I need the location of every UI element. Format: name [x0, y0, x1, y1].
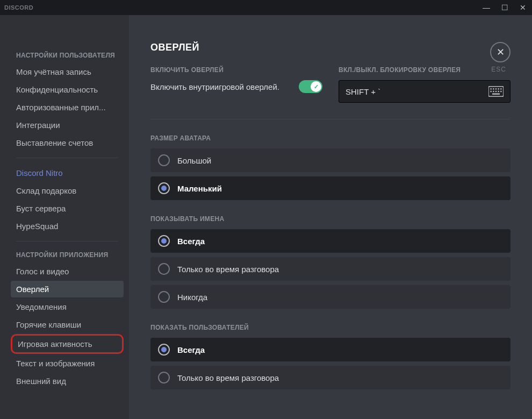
radio-icon: [158, 154, 170, 166]
keybind-input[interactable]: SHIFT + `: [339, 80, 511, 103]
close-label: ESC: [491, 66, 506, 73]
enable-overlay-label: ВКЛЮЧИТЬ ОВЕРЛЕЙ: [150, 66, 322, 74]
show-users-label: ПОКАЗАТЬ ПОЛЬЗОВАТЕЛЕЙ: [150, 324, 511, 331]
radio-names-always[interactable]: Всегда: [150, 229, 511, 253]
radio-icon: [158, 263, 170, 275]
settings-content: ✕ ESC ОВЕРЛЕЙ ВКЛЮЧИТЬ ОВЕРЛЕЙ Включить …: [129, 15, 532, 419]
sidebar-item-account[interactable]: Моя учётная запись: [11, 63, 124, 80]
radio-icon: [158, 182, 170, 194]
radio-icon: [158, 235, 170, 247]
sidebar-item-game-activity[interactable]: Игровая активность: [11, 334, 124, 354]
svg-rect-10: [500, 91, 501, 92]
sidebar-item-billing[interactable]: Выставление счетов: [11, 134, 124, 151]
radio-label: Маленький: [177, 184, 222, 193]
svg-rect-11: [492, 94, 500, 95]
radio-names-never[interactable]: Никогда: [150, 285, 511, 309]
avatar-size-group: Большой Маленький: [150, 148, 511, 200]
svg-rect-3: [495, 88, 497, 89]
radio-label: Всегда: [177, 345, 205, 354]
svg-rect-4: [498, 88, 499, 89]
settings-sidebar: НАСТРОЙКИ ПОЛЬЗОВАТЕЛЯ Моя учётная запис…: [0, 15, 129, 419]
titlebar-brand: DISCORD: [4, 4, 33, 11]
sidebar-item-nitro[interactable]: Discord Nitro: [11, 165, 124, 181]
svg-rect-1: [491, 88, 492, 89]
keyboard-icon: [488, 86, 504, 97]
svg-rect-6: [491, 91, 492, 92]
sidebar-item-boost[interactable]: Буст сервера: [11, 200, 124, 217]
sidebar-item-gifts[interactable]: Склад подарков: [11, 182, 124, 199]
sidebar-item-privacy[interactable]: Конфиденциальность: [11, 81, 124, 98]
radio-avatar-large[interactable]: Большой: [150, 148, 511, 172]
radio-label: Большой: [177, 156, 211, 165]
radio-avatar-small[interactable]: Маленький: [150, 176, 511, 200]
sidebar-item-authorized[interactable]: Авторизованные прил...: [11, 99, 124, 116]
radio-label: Только во время разговора: [177, 373, 279, 382]
maximize-icon[interactable]: ☐: [500, 3, 509, 12]
divider: [150, 119, 511, 119]
radio-users-talk[interactable]: Только во время разговора: [150, 366, 511, 389]
sidebar-item-hypesquad[interactable]: HypeSquad: [11, 218, 124, 235]
overlay-toggle[interactable]: ✓: [299, 80, 322, 93]
close-window-icon[interactable]: ✕: [518, 3, 528, 12]
sidebar-item-voice[interactable]: Голос и видео: [11, 263, 124, 280]
close-button[interactable]: ✕: [490, 42, 511, 62]
show-users-group: Всегда Только во время разговора: [150, 338, 511, 389]
svg-rect-9: [498, 91, 499, 92]
sidebar-item-overlay[interactable]: Оверлей: [11, 281, 124, 297]
show-names-label: ПОКАЗЫВАТЬ ИМЕНА: [150, 215, 511, 223]
radio-label: Всегда: [177, 237, 205, 246]
titlebar: DISCORD — ☐ ✕: [0, 0, 532, 15]
sidebar-item-appearance[interactable]: Внешний вид: [11, 373, 124, 389]
radio-label: Только во время разговора: [177, 265, 279, 274]
sidebar-item-text-images[interactable]: Текст и изображения: [11, 355, 124, 372]
sidebar-item-integrations[interactable]: Интеграции: [11, 117, 124, 133]
sidebar-item-notifications[interactable]: Уведомления: [11, 299, 124, 315]
radio-icon: [158, 372, 170, 384]
svg-rect-5: [500, 88, 501, 89]
svg-rect-2: [493, 88, 494, 89]
radio-users-always[interactable]: Всегда: [150, 338, 511, 361]
radio-icon: [158, 291, 170, 303]
radio-icon: [158, 344, 170, 356]
minimize-icon[interactable]: —: [481, 3, 491, 12]
radio-label: Никогда: [177, 293, 207, 302]
page-title: ОВЕРЛЕЙ: [150, 42, 511, 53]
avatar-size-label: РАЗМЕР АВАТАРА: [150, 134, 511, 142]
check-icon: ✓: [314, 83, 319, 90]
sidebar-section-app: НАСТРОЙКИ ПРИЛОЖЕНИЯ: [16, 251, 124, 259]
keybind-value: SHIFT + `: [346, 87, 380, 96]
divider: [16, 158, 118, 158]
main-container: НАСТРОЙКИ ПОЛЬЗОВАТЕЛЯ Моя учётная запис…: [0, 15, 532, 419]
svg-rect-8: [495, 91, 497, 92]
divider: [16, 241, 118, 242]
enable-overlay-text: Включить внутриигровой оверлей.: [150, 81, 290, 93]
svg-rect-7: [493, 91, 494, 92]
keybind-label: ВКЛ./ВЫКЛ. БЛОКИРОВКУ ОВЕРЛЕЯ: [339, 66, 511, 74]
sidebar-section-user: НАСТРОЙКИ ПОЛЬЗОВАТЕЛЯ: [16, 52, 124, 59]
sidebar-item-hotkeys[interactable]: Горячие клавиши: [11, 316, 124, 333]
show-names-group: Всегда Только во время разговора Никогда: [150, 229, 511, 309]
radio-names-talk[interactable]: Только во время разговора: [150, 257, 511, 281]
